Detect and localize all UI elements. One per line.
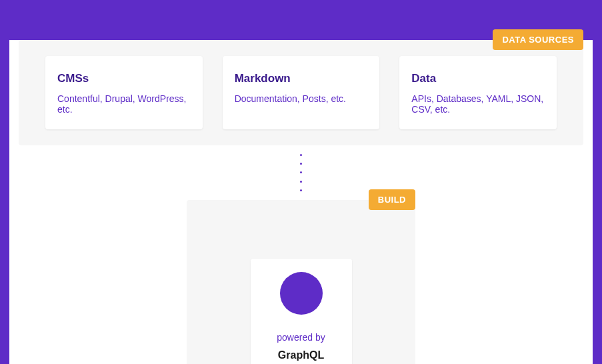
card-subtitle: Documentation, Posts, etc. bbox=[235, 93, 368, 104]
data-sources-section: DATA SOURCES CMSs Contentful, Drupal, Wo… bbox=[19, 40, 583, 145]
card-data: Data APIs, Databases, YAML, JSON, CSV, e… bbox=[399, 56, 557, 129]
card-title: Data bbox=[411, 72, 545, 85]
page-container: DATA SOURCES CMSs Contentful, Drupal, Wo… bbox=[9, 40, 593, 364]
card-subtitle: APIs, Databases, YAML, JSON, CSV, etc. bbox=[411, 93, 545, 115]
connector-dot-icon bbox=[300, 181, 302, 183]
connector-dot-icon bbox=[300, 189, 302, 191]
card-markdown: Markdown Documentation, Posts, etc. bbox=[223, 56, 380, 129]
connector-dot-icon bbox=[300, 163, 302, 165]
connector-dot-icon bbox=[300, 171, 302, 173]
build-section: BUILD powered by GraphQL bbox=[187, 200, 415, 364]
card-title: CMSs bbox=[57, 72, 191, 85]
card-title: Markdown bbox=[235, 72, 368, 85]
build-card-graphql: powered by GraphQL bbox=[251, 259, 352, 364]
graphql-name: GraphQL bbox=[259, 349, 344, 361]
connector-dots bbox=[9, 145, 593, 200]
card-cmss: CMSs Contentful, Drupal, WordPress, etc. bbox=[45, 56, 203, 129]
card-subtitle: Contentful, Drupal, WordPress, etc. bbox=[57, 93, 191, 115]
powered-by-text: powered by bbox=[259, 332, 344, 343]
data-sources-label: DATA SOURCES bbox=[493, 29, 583, 50]
build-label: BUILD bbox=[369, 189, 415, 210]
graphql-logo-icon bbox=[280, 272, 323, 315]
connector-dot-icon bbox=[300, 154, 302, 156]
